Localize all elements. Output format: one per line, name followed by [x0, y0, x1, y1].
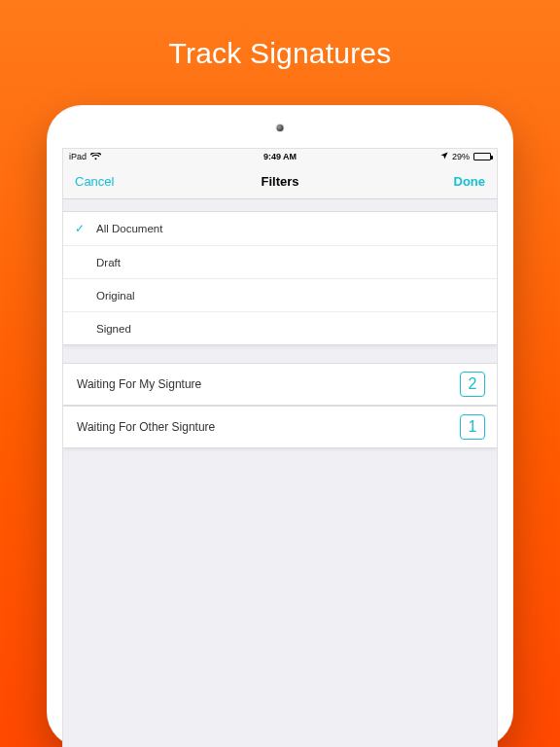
tablet-frame: iPad 9:49 AM 29% Can [47, 105, 513, 747]
filter-label: Signed [96, 323, 131, 335]
done-button[interactable]: Done [454, 174, 486, 189]
count-badge: 2 [460, 372, 485, 397]
summary-waiting-other[interactable]: Waiting For Other Signture 1 [63, 406, 497, 448]
filter-label: Draft [96, 257, 121, 268]
promo-screen: Track Signatures iPad 9:49 AM 29% [0, 0, 560, 747]
promo-title: Track Signatures [0, 37, 560, 70]
camera-dot [277, 124, 284, 131]
cancel-button[interactable]: Cancel [75, 174, 114, 189]
filter-row-all-document[interactable]: ✓ All Document [63, 212, 497, 245]
filter-label: All Document [96, 223, 162, 234]
status-right: 29% [440, 152, 491, 161]
navbar: Cancel Filters Done [63, 164, 497, 199]
wifi-icon [90, 153, 101, 160]
filter-row-signed[interactable]: Signed [63, 311, 497, 344]
count-badge: 1 [460, 414, 485, 440]
carrier-label: iPad [69, 152, 87, 161]
summary-waiting-mine[interactable]: Waiting For My Signture 2 [63, 363, 497, 406]
status-bar: iPad 9:49 AM 29% [63, 149, 497, 164]
filter-label: Original [96, 290, 135, 302]
summary-label: Waiting For My Signture [77, 377, 201, 391]
location-icon [440, 152, 448, 161]
status-time: 9:49 AM [63, 152, 497, 161]
filter-row-draft[interactable]: Draft [63, 245, 497, 278]
check-icon: ✓ [75, 223, 85, 234]
filter-row-original[interactable]: Original [63, 278, 497, 311]
filter-group: ✓ All Document Draft Original Signed [63, 211, 497, 345]
battery-pct: 29% [452, 152, 470, 161]
summary-label: Waiting For Other Signture [77, 420, 215, 434]
navbar-title: Filters [63, 174, 497, 189]
screen: iPad 9:49 AM 29% Can [62, 148, 498, 747]
status-left: iPad [69, 152, 101, 161]
battery-icon [473, 153, 491, 160]
